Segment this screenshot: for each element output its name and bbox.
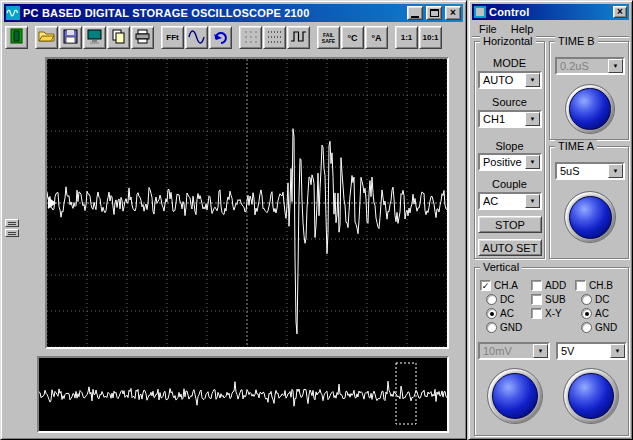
slope-select[interactable]: Positive ▼ <box>478 153 542 171</box>
control-titlebar[interactable]: Control × <box>472 4 629 20</box>
time-a-select[interactable]: 5uS ▼ <box>555 162 625 180</box>
control-window: Control × File Help Horizontal MODE AUTO… <box>468 0 633 440</box>
dropdown-arrow-icon[interactable]: ▼ <box>608 59 623 73</box>
menu-file[interactable]: File <box>472 23 504 35</box>
ch-a-dc-radio[interactable]: DC <box>486 294 514 305</box>
time-b-value: 0.2uS <box>557 59 608 73</box>
horizontal-group: Horizontal MODE AUTO ▼ Source CH1 ▼ Slop… <box>474 41 545 259</box>
xy-checkbox[interactable]: X-Y <box>531 308 562 319</box>
undo-button[interactable] <box>209 26 232 49</box>
dropdown-arrow-icon[interactable]: ▼ <box>525 112 540 126</box>
sub-checkbox[interactable]: SUB <box>531 294 566 305</box>
celsius-button[interactable]: °C <box>341 26 364 49</box>
slope-value: Positive <box>480 155 525 169</box>
checkbox-icon <box>531 294 542 305</box>
save-button[interactable] <box>59 26 82 49</box>
ch-b-ac-label: AC <box>595 308 609 319</box>
radio-icon <box>581 294 592 305</box>
open-button[interactable] <box>35 26 58 49</box>
close-icon: × <box>450 8 456 18</box>
oscilloscope-window: PC BASED DIGITAL STORAGE OSCILLOSCOPE 21… <box>0 0 467 440</box>
ch-a-ac-radio[interactable]: AC <box>486 308 514 319</box>
ch-b-gnd-radio[interactable]: GND <box>581 322 617 333</box>
dropdown-arrow-icon[interactable]: ▼ <box>608 164 623 178</box>
ch-a-gnd-label: GND <box>500 322 522 333</box>
dotted-lines-icon <box>266 28 283 48</box>
auto-set-label: AUTO SET <box>483 242 538 254</box>
mode-value: AUTO <box>480 73 525 87</box>
dot-grid-button[interactable] <box>239 26 262 49</box>
square-wave-button[interactable] <box>287 26 310 49</box>
channel-b-position-handle[interactable] <box>5 229 19 237</box>
ratio-1-1-label: 1:1 <box>401 33 413 42</box>
xy-label: X-Y <box>545 308 562 319</box>
ch-a-label: CH.A <box>494 280 518 291</box>
dot-grid-icon <box>242 28 259 48</box>
auto-set-button[interactable]: AUTO SET <box>478 239 542 256</box>
start-icon <box>8 28 25 48</box>
time-b-knob-face <box>569 88 610 129</box>
dotted-lines-button[interactable] <box>263 26 286 49</box>
control-icon <box>474 6 486 18</box>
volts-b-select[interactable]: 5V ▼ <box>556 342 627 360</box>
celsius-label: °C <box>347 33 357 43</box>
control-close-button[interactable]: × <box>613 6 627 18</box>
source-select[interactable]: CH1 ▼ <box>478 110 542 128</box>
copy-button[interactable] <box>107 26 130 49</box>
fft-button[interactable]: FFt <box>161 26 184 49</box>
ch-b-dc-label: DC <box>595 294 609 305</box>
ratio-10-1-label: 10:1 <box>422 33 438 42</box>
dropdown-arrow-icon[interactable]: ▼ <box>610 344 625 358</box>
maximize-button[interactable] <box>426 6 442 20</box>
time-a-knob[interactable] <box>564 191 616 243</box>
time-a-value: 5uS <box>557 164 608 178</box>
start-button[interactable] <box>5 26 28 49</box>
dropdown-arrow-icon[interactable]: ▼ <box>533 344 548 358</box>
ch-b-checkbox[interactable]: CH.B <box>575 280 613 291</box>
minimize-button[interactable] <box>407 6 423 20</box>
couple-select[interactable]: AC ▼ <box>478 192 542 210</box>
main-titlebar[interactable]: PC BASED DIGITAL STORAGE OSCILLOSCOPE 21… <box>4 4 463 22</box>
dropdown-arrow-icon[interactable]: ▼ <box>525 194 540 208</box>
checkbox-icon <box>575 280 586 291</box>
channel-a-position-handle[interactable] <box>5 219 19 227</box>
add-checkbox[interactable]: ADD <box>531 280 566 291</box>
dropdown-arrow-icon[interactable]: ▼ <box>525 155 540 169</box>
fail-safe-button[interactable]: FAIL SAFE <box>317 26 340 49</box>
time-a-knob-face <box>569 196 612 239</box>
radio-icon <box>581 322 592 333</box>
volts-b-knob[interactable] <box>563 368 619 424</box>
stop-button[interactable]: STOP <box>478 216 542 233</box>
close-button[interactable]: × <box>445 6 461 20</box>
ch-a-gnd-radio[interactable]: GND <box>486 322 522 333</box>
ratio-10-1-button[interactable]: 10:1 <box>419 26 442 49</box>
screen-button[interactable] <box>83 26 106 49</box>
time-b-select[interactable]: 0.2uS ▼ <box>555 57 625 75</box>
open-folder-icon <box>38 28 55 48</box>
main-waveform-display[interactable] <box>45 57 449 349</box>
main-trace-svg <box>47 59 447 347</box>
vertical-group-label: Vertical <box>480 261 522 274</box>
slope-label: Slope <box>475 140 544 152</box>
ch-b-ac-radio[interactable]: AC <box>581 308 609 319</box>
couple-label: Couple <box>475 178 544 190</box>
pages-icon <box>110 28 127 48</box>
volts-a-select[interactable]: 10mV ▼ <box>478 342 550 360</box>
print-button[interactable] <box>131 26 154 49</box>
ratio-1-1-button[interactable]: 1:1 <box>395 26 418 49</box>
zoom-waveform-display[interactable] <box>37 356 449 433</box>
volts-a-knob[interactable] <box>487 368 543 424</box>
fft-label: FFt <box>166 33 178 42</box>
menu-help[interactable]: Help <box>504 23 541 35</box>
radio-icon <box>486 322 497 333</box>
checkbox-checked-icon: ✓ <box>480 280 491 291</box>
mode-select[interactable]: AUTO ▼ <box>478 71 542 89</box>
time-b-knob[interactable] <box>565 84 615 134</box>
printer-icon <box>134 28 151 48</box>
ch-a-checkbox[interactable]: ✓ CH.A <box>480 280 518 291</box>
toolbar: FFt FAIL SAFE °C °A 1:1 10:1 <box>4 24 463 51</box>
ch-b-dc-radio[interactable]: DC <box>581 294 609 305</box>
sine-wave-button[interactable] <box>185 26 208 49</box>
ampere-button[interactable]: °A <box>365 26 388 49</box>
dropdown-arrow-icon[interactable]: ▼ <box>525 73 540 87</box>
